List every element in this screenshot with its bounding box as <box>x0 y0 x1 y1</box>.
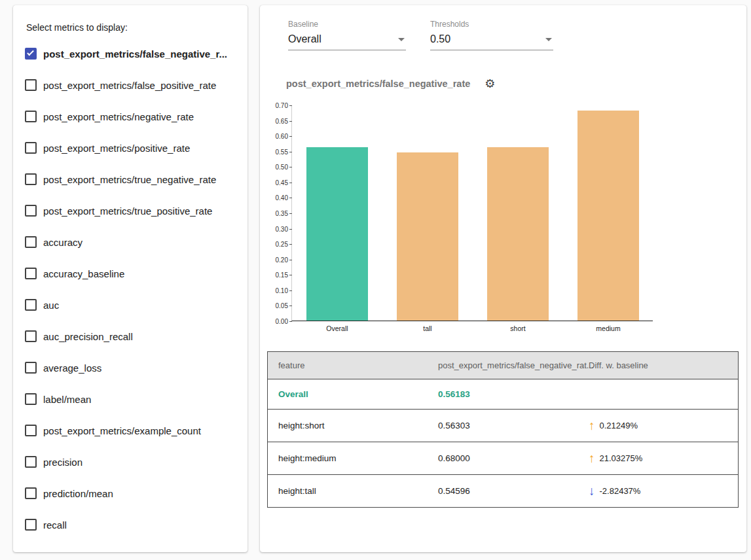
y-axis-tick-label: 0.60 <box>270 133 288 140</box>
bar-chart: 0.000.050.100.150.200.250.300.350.400.45… <box>268 99 746 340</box>
y-axis-tick-label: 0.15 <box>270 271 288 279</box>
baseline-select-value: Overall <box>288 33 321 45</box>
metrics-panel-title: Select metrics to display: <box>26 22 242 33</box>
feature-cell: height:short <box>268 410 428 442</box>
table-header-row: feature post_export_metrics/false_negati… <box>268 352 739 379</box>
checkbox-unchecked[interactable] <box>25 299 37 311</box>
metric-label: auc <box>43 300 59 311</box>
metric-label: post_export_metrics/true_positive_rate <box>43 205 212 217</box>
checkbox-unchecked[interactable] <box>25 330 37 342</box>
metric-list: post_export_metrics/false_negative_r...p… <box>24 38 242 540</box>
metric-item[interactable]: accuracy_baseline <box>24 258 242 289</box>
checkbox-unchecked[interactable] <box>25 425 37 436</box>
y-axis-tick-label: 0.35 <box>270 210 288 217</box>
metric-value-cell: 0.56183 <box>428 379 578 410</box>
table-row[interactable]: Overall0.56183 <box>268 379 739 410</box>
metric-item[interactable]: prediction/mean <box>24 478 242 509</box>
diff-cell <box>578 379 738 410</box>
chart-title: post_export_metrics/false_negative_rate <box>286 79 470 89</box>
diff-percentage: 21.03275% <box>600 453 643 463</box>
checkbox-unchecked[interactable] <box>25 519 37 531</box>
y-axis-tick-label: 0.65 <box>270 117 288 124</box>
baseline-select[interactable]: Baseline Overall <box>288 20 406 50</box>
metric-label: post_export_metrics/false_positive_rate <box>43 80 216 91</box>
checkbox-unchecked[interactable] <box>25 393 37 405</box>
chart-header: post_export_metrics/false_negative_rate … <box>286 78 746 90</box>
chevron-down-icon <box>545 38 552 41</box>
y-axis-tick-mark <box>289 198 292 198</box>
checkbox-checked[interactable] <box>25 48 37 60</box>
metric-item[interactable]: average_loss <box>24 352 242 383</box>
y-axis-tick-label: 0.40 <box>270 194 288 201</box>
metric-item[interactable]: post_export_metrics/false_negative_r... <box>24 38 242 69</box>
metric-label: precision <box>43 457 82 468</box>
bar-Overall[interactable] <box>306 147 368 321</box>
bar-medium[interactable] <box>577 111 639 321</box>
metric-item[interactable]: post_export_metrics/negative_rate <box>24 101 242 132</box>
metric-item[interactable]: label/mean <box>24 383 242 415</box>
bar-short[interactable] <box>487 147 549 321</box>
y-axis-tick-label: 0.25 <box>270 241 288 248</box>
metrics-select-panel: Select metrics to display: post_export_m… <box>13 5 247 552</box>
metric-label: auc_precision_recall <box>43 331 133 342</box>
metric-item[interactable]: post_export_metrics/positive_rate <box>24 132 242 164</box>
metric-item[interactable]: post_export_metrics/true_negative_rate <box>24 164 242 195</box>
up-arrow-icon: ↑ <box>589 452 595 464</box>
y-axis-tick-mark <box>289 136 292 137</box>
metric-value-cell: 0.56303 <box>428 410 578 442</box>
y-axis-tick-label: 0.05 <box>270 302 288 309</box>
y-axis-tick-mark <box>289 306 292 306</box>
checkbox-unchecked[interactable] <box>25 79 37 91</box>
checkbox-unchecked[interactable] <box>25 487 37 499</box>
feature-cell: Overall <box>268 379 428 410</box>
metric-label: prediction/mean <box>43 488 113 499</box>
metric-value-cell: 0.54596 <box>428 475 578 508</box>
metric-item[interactable]: post_export_metrics/true_positive_rate <box>24 195 242 226</box>
table-row[interactable]: height:short0.56303↑0.21249% <box>268 410 739 442</box>
diff-percentage: -2.82437% <box>600 486 641 496</box>
metric-value-cell: 0.68000 <box>428 442 578 475</box>
y-axis-tick-mark <box>289 275 292 275</box>
metric-item[interactable]: precision <box>24 446 242 478</box>
y-axis-tick-label: 0.70 <box>270 102 288 109</box>
checkbox-unchecked[interactable] <box>25 142 37 154</box>
up-arrow-icon: ↑ <box>589 419 595 432</box>
metrics-table: feature post_export_metrics/false_negati… <box>267 351 739 508</box>
y-axis-tick-mark <box>289 321 292 322</box>
metric-item[interactable]: post_export_metrics/example_count <box>24 415 242 446</box>
y-axis-tick-mark <box>289 183 292 183</box>
diff-cell: ↑21.03275% <box>578 442 738 475</box>
y-axis-tick-mark <box>289 105 292 106</box>
metric-item[interactable]: auc <box>24 289 242 321</box>
y-axis-tick-label: 0.10 <box>270 287 288 294</box>
checkbox-unchecked[interactable] <box>25 111 37 122</box>
bar-tall[interactable] <box>397 152 458 321</box>
checkbox-unchecked[interactable] <box>25 268 37 279</box>
metric-label: label/mean <box>43 394 91 405</box>
checkbox-unchecked[interactable] <box>25 236 37 248</box>
gear-icon[interactable]: ⚙ <box>485 78 495 90</box>
checkbox-unchecked[interactable] <box>25 456 37 468</box>
checkbox-unchecked[interactable] <box>25 173 37 185</box>
table-row[interactable]: height:tall0.54596↓-2.82437% <box>268 475 739 508</box>
fairness-indicators-page: Select metrics to display: post_export_m… <box>0 0 751 560</box>
metric-item[interactable]: auc_precision_recall <box>24 321 242 352</box>
metric-label: post_export_metrics/positive_rate <box>43 143 190 154</box>
checkbox-unchecked[interactable] <box>25 205 37 217</box>
metric-item[interactable]: recall <box>24 509 242 540</box>
metric-item[interactable]: accuracy <box>24 226 242 258</box>
metric-item[interactable]: post_export_metrics/false_positive_rate <box>24 69 242 101</box>
y-axis-tick-label: 0.00 <box>270 318 288 325</box>
diff-cell: ↑0.21249% <box>578 410 738 442</box>
metric-label: accuracy <box>43 237 82 248</box>
x-axis-tick-label: medium <box>563 324 653 332</box>
table-row[interactable]: height:medium0.68000↑21.03275% <box>268 442 739 475</box>
baseline-select-label: Baseline <box>288 20 406 29</box>
y-axis-tick-mark <box>289 260 292 260</box>
metric-label: post_export_metrics/false_negative_r... <box>43 48 227 60</box>
chart-plot-area: 0.000.050.100.150.200.250.300.350.400.45… <box>291 105 653 321</box>
checkbox-unchecked[interactable] <box>25 362 37 374</box>
thresholds-select[interactable]: Thresholds 0.50 <box>430 20 553 50</box>
y-axis-tick-mark <box>289 229 292 230</box>
down-arrow-icon: ↓ <box>589 485 595 497</box>
